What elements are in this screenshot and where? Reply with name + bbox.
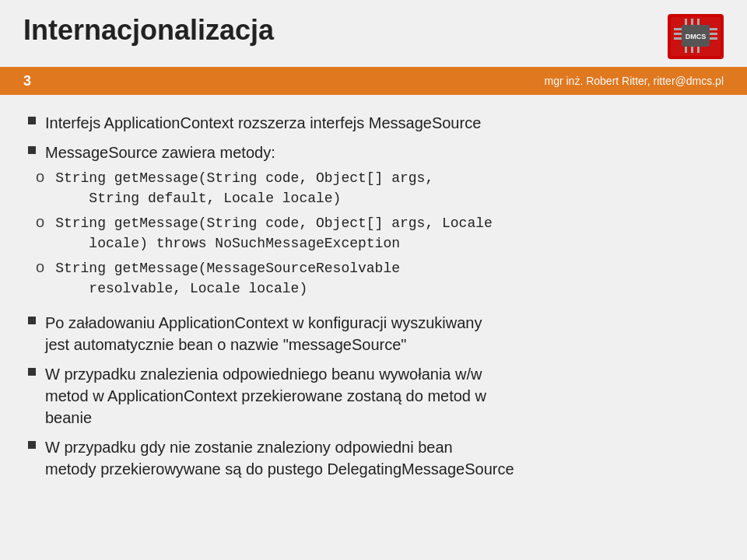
- bullet-item-2: MessageSource zawiera metody: o String g…: [28, 142, 719, 304]
- sub-text-2: String getMessage(String code, Object[] …: [55, 213, 493, 254]
- slide-number: 3: [23, 73, 31, 89]
- sub-item-3: o String getMessage(MessageSourceResolva…: [36, 258, 493, 299]
- svg-rect-11: [697, 19, 700, 25]
- slide: Internacjonalizacja DMCS: [0, 0, 747, 560]
- bullet-square-2: [28, 146, 36, 154]
- bullet-text-2: MessageSource zawiera metody:: [45, 142, 275, 163]
- slide-title: Internacjonalizacja: [23, 14, 274, 47]
- bullet-item-5: W przypadku gdy nie zostanie znaleziony …: [28, 436, 719, 480]
- bullet-text-3: Po załadowaniu ApplicationContext w konf…: [45, 312, 482, 355]
- sub-text-1: String getMessage(String code, Object[] …: [55, 168, 433, 208]
- bullet-item-1: Interfejs ApplicationContext rozszerza i…: [28, 112, 719, 134]
- svg-rect-5: [674, 37, 682, 40]
- sub-list: o String getMessage(String code, Object[…: [28, 168, 493, 304]
- slide-header: Internacjonalizacja DMCS: [0, 0, 747, 59]
- svg-text:DMCS: DMCS: [686, 33, 707, 40]
- bullet-square-1: [28, 117, 36, 124]
- sub-item-1: o String getMessage(String code, Object[…: [36, 168, 493, 208]
- svg-rect-3: [674, 28, 682, 30]
- svg-rect-4: [674, 33, 682, 35]
- bullet-text-1: Interfejs ApplicationContext rozszerza i…: [45, 112, 481, 134]
- svg-rect-10: [691, 19, 693, 25]
- svg-rect-12: [685, 47, 687, 53]
- svg-rect-6: [710, 28, 717, 30]
- sub-bullet-1: o: [36, 168, 44, 186]
- svg-rect-9: [685, 19, 687, 25]
- svg-rect-8: [710, 37, 717, 40]
- bullet-item-4: W przypadku znalezienia odpowiedniego be…: [28, 363, 719, 429]
- orange-bar: 3 mgr inż. Robert Ritter, ritter@dmcs.pl: [0, 67, 747, 95]
- author-info: mgr inż. Robert Ritter, ritter@dmcs.pl: [545, 75, 724, 87]
- bullet-square-3: [28, 317, 36, 324]
- bullet-square-4: [28, 368, 36, 376]
- bullet-text-5: W przypadku gdy nie zostanie znaleziony …: [45, 436, 514, 480]
- svg-rect-7: [710, 33, 717, 35]
- sub-bullet-3: o: [36, 258, 44, 276]
- sub-bullet-2: o: [36, 213, 44, 231]
- svg-rect-13: [691, 47, 693, 53]
- bullet-item-3: Po załadowaniu ApplicationContext w konf…: [28, 312, 719, 355]
- slide-content: Interfejs ApplicationContext rozszerza i…: [0, 95, 747, 560]
- sub-text-3: String getMessage(MessageSourceResolvabl…: [55, 258, 400, 299]
- bullet-text-4: W przypadku znalezienia odpowiedniego be…: [45, 363, 486, 429]
- dmcs-logo: DMCS: [668, 14, 724, 59]
- sub-item-2: o String getMessage(String code, Object[…: [36, 213, 493, 254]
- bullet-square-5: [28, 441, 36, 449]
- svg-rect-14: [697, 47, 700, 53]
